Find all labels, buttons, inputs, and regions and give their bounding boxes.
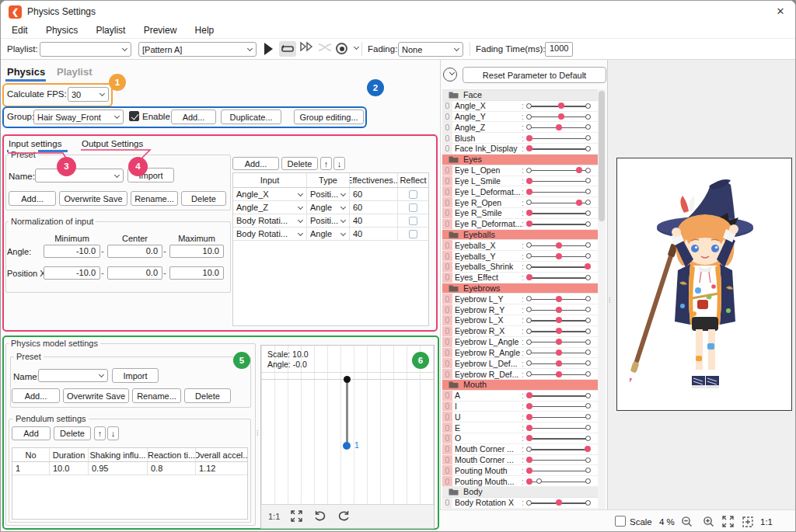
input-preset-add-button[interactable]: Add... xyxy=(9,191,56,206)
input-type-combo[interactable]: Positi... xyxy=(307,214,350,227)
graph-ratio-button[interactable]: 1:1 xyxy=(268,512,280,521)
slider-value-dot[interactable] xyxy=(526,135,532,141)
move-down-button[interactable]: ↓ xyxy=(107,426,119,440)
effectiveness-value[interactable]: 40 xyxy=(350,214,398,227)
group-combo[interactable]: Hair Sway_Front xyxy=(33,110,124,124)
group-duplicate-button[interactable]: Duplicate... xyxy=(221,110,281,124)
model-preset-rename-button[interactable]: Rename... xyxy=(132,388,181,403)
fading-combo[interactable]: None xyxy=(398,42,463,57)
playlist-combo[interactable] xyxy=(40,42,131,57)
parameter-slider[interactable] xyxy=(526,165,591,176)
effectiveness-value[interactable]: 40 xyxy=(350,228,398,240)
parameter-slider[interactable] xyxy=(526,402,591,412)
undo-icon[interactable] xyxy=(313,510,326,523)
input-table-delete-button[interactable]: Delete xyxy=(281,157,318,170)
pendulum-table-row[interactable]: 110.00.950.81.12 xyxy=(12,462,247,475)
slider-value-dot[interactable] xyxy=(556,296,562,302)
redo-icon[interactable] xyxy=(337,510,351,523)
move-up-button[interactable]: ↑ xyxy=(94,426,106,440)
parameter-slider[interactable] xyxy=(526,326,591,336)
slider-value-dot[interactable] xyxy=(526,403,532,409)
tab-physics[interactable]: Physics xyxy=(7,66,45,78)
fast-forward-icon[interactable] xyxy=(299,41,315,54)
input-type-combo[interactable]: Angle xyxy=(307,228,350,240)
effectiveness-value[interactable]: 60 xyxy=(350,201,398,214)
splitter-handle[interactable]: ⁞ xyxy=(257,429,258,437)
normalization-value-field[interactable]: -10.0 xyxy=(44,266,100,280)
parameter-slider[interactable] xyxy=(526,348,591,358)
parameter-slider[interactable] xyxy=(526,144,591,154)
slider-value-dot[interactable] xyxy=(526,210,532,216)
slider-value-dot[interactable] xyxy=(556,339,562,345)
close-icon[interactable]: ✕ xyxy=(773,5,787,19)
slider-value-dot[interactable] xyxy=(556,307,562,313)
model-preset-overwrite-button[interactable]: Overwrite Save xyxy=(63,388,129,403)
normalization-value-field[interactable]: -10.0 xyxy=(44,245,100,258)
slider-value-dot[interactable] xyxy=(526,435,532,441)
input-table-add-button[interactable]: Add... xyxy=(232,157,279,170)
move-up-button[interactable]: ↑ xyxy=(320,157,332,170)
effectiveness-value[interactable]: 60 xyxy=(350,188,398,200)
normalization-value-field[interactable]: 0.0 xyxy=(107,245,162,258)
slider-value-dot[interactable] xyxy=(556,499,562,506)
parameter-slider[interactable] xyxy=(526,262,591,272)
move-down-button[interactable]: ↓ xyxy=(333,157,345,170)
parameter-slider[interactable] xyxy=(526,251,591,261)
slider-value-dot[interactable] xyxy=(526,468,532,474)
input-param-combo[interactable]: Angle_X xyxy=(233,188,307,200)
menu-physics[interactable]: Physics xyxy=(41,25,82,36)
menu-edit[interactable]: Edit xyxy=(7,25,33,36)
calculate-fps-combo[interactable]: 30 xyxy=(68,87,109,102)
parameter-slider[interactable] xyxy=(526,412,591,422)
slider-value-dot[interactable] xyxy=(556,253,562,259)
expand-icon[interactable] xyxy=(291,510,302,523)
record-icon[interactable] xyxy=(336,43,347,54)
chevron-down-icon[interactable] xyxy=(354,44,359,50)
scale-checkbox[interactable] xyxy=(615,516,626,527)
param-group-header[interactable]: Body xyxy=(442,487,598,498)
reflect-checkbox[interactable] xyxy=(409,190,417,199)
loop-icon[interactable] xyxy=(279,41,296,57)
actual-size-button[interactable]: 1:1 xyxy=(760,517,773,527)
normalization-value-field[interactable]: 10.0 xyxy=(169,245,224,258)
slider-value-dot[interactable] xyxy=(526,189,532,195)
slider-value-dot[interactable] xyxy=(556,371,562,377)
reflect-checkbox[interactable] xyxy=(409,230,417,238)
group-add-button[interactable]: Add... xyxy=(171,110,216,124)
parameter-slider[interactable] xyxy=(526,358,591,368)
parameter-slider[interactable] xyxy=(526,422,591,433)
parameter-slider[interactable] xyxy=(526,101,591,111)
tab-playlist[interactable]: Playlist xyxy=(57,66,93,78)
input-preset-overwrite-button[interactable]: Overwrite Save xyxy=(59,191,127,206)
slider-value-dot[interactable] xyxy=(556,328,562,334)
menu-playlist[interactable]: Playlist xyxy=(91,25,130,36)
parameter-slider[interactable] xyxy=(526,208,591,218)
parameter-slider[interactable] xyxy=(526,455,591,465)
param-group-header[interactable]: Mouth xyxy=(442,380,598,391)
input-type-combo[interactable]: Positi... xyxy=(307,188,350,200)
parameter-slider[interactable] xyxy=(526,465,591,475)
normalization-value-field[interactable]: 10.0 xyxy=(169,266,224,280)
parameter-slider[interactable] xyxy=(526,294,591,304)
param-group-header[interactable]: Eyeballs xyxy=(442,230,598,241)
pattern-combo[interactable]: [Pattern A] xyxy=(138,42,257,57)
parameter-slider[interactable] xyxy=(526,337,591,347)
parameter-slider[interactable] xyxy=(526,444,591,454)
param-group-header[interactable]: Face xyxy=(442,90,598,101)
input-preset-delete-button[interactable]: Delete xyxy=(181,191,226,206)
parameter-slider[interactable] xyxy=(526,122,591,132)
param-group-header[interactable]: Eyebrows xyxy=(442,283,598,294)
slider-value-dot[interactable] xyxy=(576,200,582,206)
slider-value-dot[interactable] xyxy=(576,167,582,173)
reflect-checkbox[interactable] xyxy=(409,203,417,212)
zoom-out-icon[interactable] xyxy=(681,516,693,529)
pendulum-anchor-point[interactable] xyxy=(344,376,351,383)
normalization-value-field[interactable]: 0.0 xyxy=(107,266,162,280)
pendulum-add-button[interactable]: Add xyxy=(12,426,51,440)
parameter-slider[interactable] xyxy=(526,112,591,122)
slider-value-dot[interactable] xyxy=(556,349,562,356)
parameter-slider[interactable] xyxy=(526,273,591,283)
model-preset-name-combo[interactable] xyxy=(38,369,108,382)
pendulum-node-1[interactable] xyxy=(343,442,351,450)
parameter-slider[interactable] xyxy=(526,304,591,315)
